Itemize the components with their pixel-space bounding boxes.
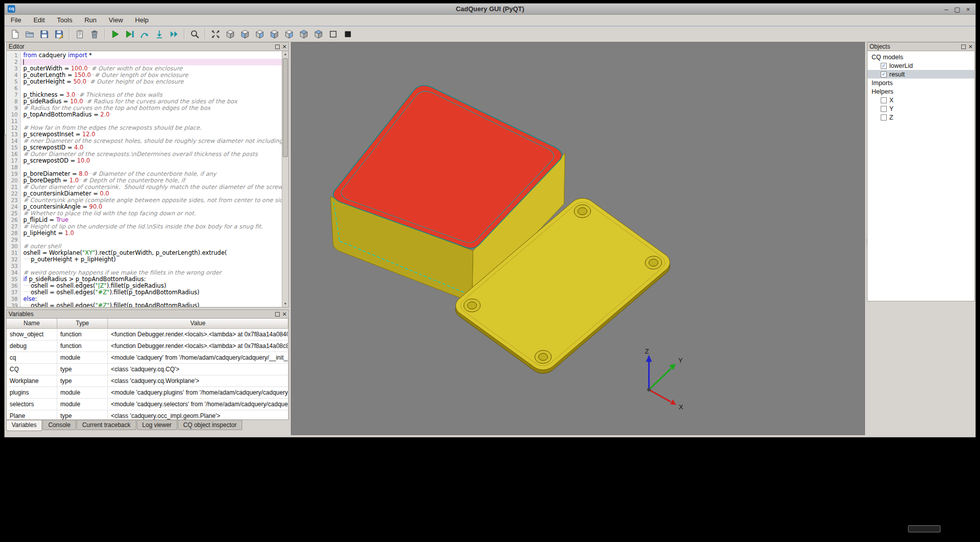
checkbox[interactable] [881, 106, 887, 112]
column-header-type: Type [57, 319, 108, 329]
scroll-down-icon[interactable]: ▼ [282, 301, 288, 307]
axis-x-arrow [649, 390, 671, 402]
checkbox[interactable] [881, 97, 887, 103]
line-number: 29 [7, 237, 21, 243]
line-number: 17 [7, 158, 21, 164]
horizontal-splitter[interactable] [867, 301, 975, 303]
float-panel-icon[interactable] [275, 312, 280, 317]
line-number: 20 [7, 177, 21, 184]
tree-item-label: lowerLid [889, 62, 913, 69]
tree-item-x[interactable]: X [868, 96, 974, 104]
code-text: # Outer diameter of countersink. Should … [21, 184, 282, 190]
tab-cq-object-inspector[interactable]: CQ object inspector [178, 420, 242, 430]
tree-item-y[interactable]: Y [868, 104, 974, 113]
code-line: 32····p_outerHeight + p_lipHeight) [7, 256, 282, 263]
variables-dock-title: Variables ✕ [6, 309, 289, 319]
save-button[interactable] [37, 27, 51, 41]
float-panel-icon[interactable] [275, 45, 280, 49]
tab-current-traceback[interactable]: Current traceback [77, 420, 136, 430]
zoom-icon [190, 29, 200, 39]
code-text: # Countersink angle (complete angle betw… [21, 197, 282, 204]
viewport-3d[interactable]: Z Y X [291, 42, 865, 435]
step-over-icon [140, 29, 149, 39]
code-line: 19p_boreDiameter = 8.0··# Diameter of th… [7, 171, 282, 177]
close-button[interactable]: × [964, 6, 972, 13]
code-line: 20p_boreDepth = 1.0··# Depth of the coun… [7, 177, 282, 184]
render-play-button[interactable] [108, 27, 122, 41]
code-line: 3p_outerWidth = 100.0··# Outer width of … [7, 65, 282, 72]
open-folder-icon [25, 29, 34, 39]
view-front-cube-button[interactable] [238, 27, 252, 41]
tree-item-lowerlid[interactable]: ✓lowerLid [868, 61, 974, 70]
float-panel-icon[interactable] [961, 45, 966, 49]
step-into-button[interactable] [153, 27, 166, 41]
view-top-cube-button[interactable] [297, 27, 311, 41]
tree-item-result[interactable]: ✓result [868, 70, 974, 79]
checkbox[interactable]: ✓ [881, 63, 887, 69]
code-text: p_sideRadius = 10.0··# Radius for the cu… [21, 98, 282, 105]
save-as-button[interactable] [52, 27, 66, 41]
tree-item-helpers[interactable]: Helpers [868, 87, 974, 96]
editor-body[interactable]: 1from cadquery import *23p_outerWidth = … [6, 51, 289, 307]
line-number: 39 [7, 302, 21, 307]
view-back-cube-button[interactable] [253, 27, 267, 41]
fit-all-button[interactable] [209, 27, 222, 41]
menu-view[interactable]: View [103, 15, 129, 26]
tab-variables[interactable]: Variables [6, 420, 42, 431]
code-line: 23# Countersink angle (complete angle be… [7, 197, 282, 204]
menu-file[interactable]: File [5, 15, 27, 26]
line-number: 24 [7, 204, 21, 210]
view-left-cube-button[interactable] [268, 27, 281, 41]
line-number: 30 [7, 243, 21, 250]
line-number: 35 [7, 276, 21, 283]
line-number: 34 [7, 269, 21, 276]
code-line: 24p_countersinkAngle = 90.0 [7, 204, 282, 210]
code-text [21, 59, 282, 65]
continue-button[interactable] [167, 27, 181, 41]
minimize-button[interactable]: – [942, 6, 951, 13]
menu-edit[interactable]: Edit [27, 15, 51, 26]
zoom-button[interactable] [188, 27, 202, 41]
close-panel-icon[interactable]: ✕ [282, 312, 287, 317]
clipboard-button[interactable] [73, 27, 87, 41]
wireframe-square-button[interactable] [326, 27, 340, 41]
view-right-cube-button[interactable] [282, 27, 296, 41]
trash-icon [90, 29, 99, 39]
shaded-square-button[interactable] [341, 27, 355, 41]
var-name: cq [7, 352, 57, 364]
checkbox[interactable] [881, 114, 887, 121]
step-over-button[interactable] [138, 27, 152, 41]
editor-code: 1from cadquery import *23p_outerWidth = … [7, 51, 282, 307]
tree-item-imports[interactable]: Imports [868, 79, 974, 87]
toolbar-separator [205, 29, 206, 39]
editor-dock-title: Editor ✕ [6, 42, 289, 51]
menu-tools[interactable]: Tools [51, 15, 78, 26]
view-back-cube-icon [255, 29, 265, 39]
view-bottom-cube-button[interactable] [312, 27, 325, 41]
menu-run[interactable]: Run [79, 15, 103, 26]
tab-console[interactable]: Console [43, 420, 76, 430]
close-panel-icon[interactable]: ✕ [282, 44, 287, 49]
code-text: p_outerHeight = 50.0··# Outer height of … [21, 79, 282, 85]
maximize-button[interactable]: ▢ [953, 6, 962, 13]
code-text: p_flipLid = True [21, 217, 282, 223]
tab-log-viewer[interactable]: Log viewer [137, 420, 177, 430]
viewport-canvas[interactable]: Z Y X [291, 43, 864, 435]
tree-item-z[interactable]: Z [868, 113, 974, 122]
scrollbar-thumb[interactable] [283, 58, 288, 157]
code-text: # weird geometry happens if we make the … [21, 269, 282, 276]
tree-item-cq-models[interactable]: CQ models [868, 53, 974, 61]
scroll-up-icon[interactable]: ▲ [282, 51, 288, 57]
debug-play-button[interactable] [123, 27, 137, 41]
close-panel-icon[interactable]: ✕ [968, 44, 973, 49]
editor-scrollbar[interactable]: ▲ ▼ [282, 51, 288, 307]
checkbox[interactable]: ✓ [881, 71, 887, 78]
code-line: 8p_sideRadius = 10.0··# Radius for the c… [7, 98, 282, 105]
code-line: 30# outer shell [7, 243, 282, 250]
open-folder-button[interactable] [23, 27, 36, 41]
new-file-button[interactable] [8, 27, 22, 41]
view-iso-cube-button[interactable] [223, 27, 237, 41]
menu-help[interactable]: Help [129, 15, 155, 26]
line-number: 38 [7, 296, 21, 302]
trash-button[interactable] [88, 27, 101, 41]
